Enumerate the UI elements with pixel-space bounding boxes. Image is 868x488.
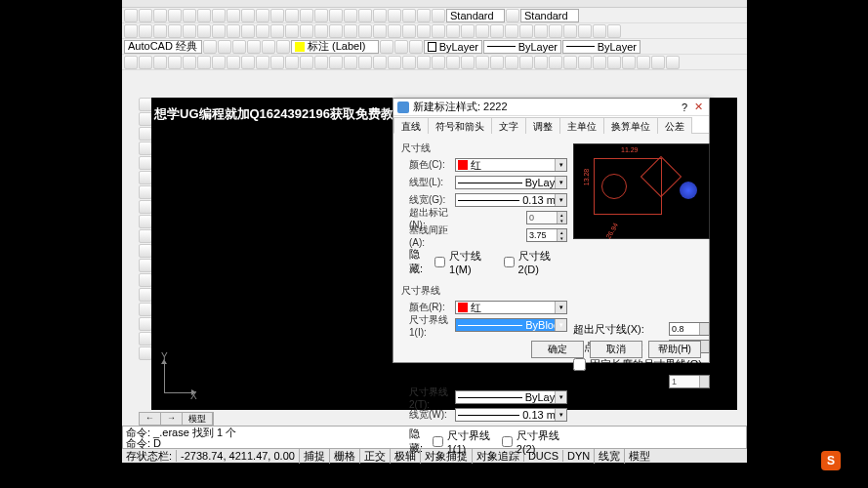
toolbar-icon[interactable] (218, 40, 231, 54)
suppress-ext1-check[interactable] (433, 436, 443, 447)
tab-primary[interactable]: 主单位 (559, 117, 604, 134)
toolbar-icon[interactable] (373, 9, 387, 22)
toolbar-icon[interactable] (212, 9, 226, 22)
toolbar-icon[interactable] (153, 56, 167, 69)
suppress-dim1-check[interactable] (434, 257, 445, 267)
toolbar-icon[interactable] (168, 9, 182, 22)
toolbar-icon[interactable] (402, 24, 416, 38)
suppress-ext2-check[interactable] (502, 436, 513, 447)
ok-button[interactable]: 确定 (531, 341, 584, 358)
toolbar-icon[interactable] (285, 24, 299, 38)
toolbar-icon[interactable] (270, 56, 284, 69)
help-button[interactable]: ? (678, 101, 691, 114)
tab-alternate[interactable]: 换算单位 (603, 117, 658, 134)
linetype-combo[interactable]: ByLayer (483, 40, 561, 54)
toolbar-icon[interactable] (139, 9, 152, 22)
toolbar-icon[interactable] (490, 56, 504, 69)
dimline-linetype-combo[interactable]: ByLayer▾ (455, 176, 567, 189)
toolbar-icon[interactable] (417, 24, 431, 38)
tab-lines[interactable]: 直线 (393, 117, 429, 134)
extline-color-combo[interactable]: 红▾ (455, 301, 567, 314)
close-button[interactable]: ✕ (691, 101, 705, 114)
toolbar-icon[interactable] (432, 24, 445, 38)
toolbar-icon[interactable] (563, 56, 577, 69)
toolbar-icon[interactable] (139, 56, 152, 69)
extline-lineweight-combo[interactable]: 0.13 mm▾ (455, 408, 567, 422)
menu-bar[interactable] (122, 0, 747, 8)
extline1-linetype-combo[interactable]: ByBlock▾ (455, 318, 567, 332)
toolbar-icon[interactable] (183, 56, 196, 69)
draw-tool-icon[interactable] (139, 229, 152, 243)
toolbar-icon[interactable] (314, 56, 328, 69)
toolbar-icon[interactable] (578, 24, 592, 38)
layer-combo[interactable]: 标注 (Label) (291, 40, 379, 54)
toolbar-icon[interactable] (262, 40, 275, 54)
toolbar-icon[interactable] (256, 24, 269, 38)
tab-text[interactable]: 文字 (491, 117, 526, 134)
toolbar-icon[interactable] (358, 24, 372, 38)
extend-beyond-spinner[interactable] (669, 322, 710, 336)
dimline-color-combo[interactable]: 红▾ (455, 158, 567, 172)
toolbar-icon[interactable] (358, 56, 372, 69)
toolbar-icon[interactable] (300, 24, 313, 38)
toolbar-icon[interactable] (344, 24, 357, 38)
toolbar-icon[interactable] (409, 40, 423, 54)
toolbar-icon[interactable] (607, 56, 621, 69)
spacing-spinner[interactable]: ▴▾ (526, 228, 567, 242)
toolbar-icon[interactable] (124, 24, 138, 38)
toolbar-icon[interactable] (417, 56, 431, 69)
toolbar-icon[interactable] (475, 56, 489, 69)
draw-tool-icon[interactable] (139, 156, 152, 170)
draw-tool-icon[interactable] (139, 244, 152, 258)
fixed-length-check[interactable] (573, 358, 586, 371)
color-combo[interactable]: ByLayer (424, 40, 482, 54)
toolbar-icon[interactable] (344, 9, 357, 22)
extend-input[interactable] (527, 212, 557, 224)
toolbar-icon[interactable] (329, 24, 343, 38)
toolbar-icon[interactable] (197, 56, 211, 69)
toolbar-icon[interactable] (256, 56, 269, 69)
toolbar-icon[interactable] (432, 56, 445, 69)
toolbar-icon[interactable] (651, 56, 665, 69)
toolbar-icon[interactable] (461, 24, 475, 38)
workspace-combo[interactable]: AutoCAD 经典 (124, 40, 202, 54)
toolbar-icon[interactable] (402, 9, 416, 22)
toolbar-icon[interactable] (153, 9, 167, 22)
ime-sogou-icon[interactable]: S (821, 451, 841, 470)
extend-spinner[interactable]: ▴▾ (526, 211, 567, 224)
toolbar-icon[interactable] (256, 9, 269, 22)
draw-tool-icon[interactable] (139, 98, 152, 111)
toolbar-icon[interactable] (519, 56, 533, 69)
toolbar-icon[interactable] (139, 24, 152, 38)
toolbar-icon[interactable] (490, 24, 504, 38)
toolbar-icon[interactable] (505, 24, 518, 38)
spin-down-icon[interactable] (699, 329, 709, 335)
tab-model[interactable]: 模型 (183, 413, 213, 425)
toolbar-icon[interactable] (227, 24, 240, 38)
draw-tool-icon[interactable] (139, 346, 152, 360)
toolbar-icon[interactable] (197, 24, 211, 38)
draw-tool-icon[interactable] (139, 171, 152, 184)
toolbar-icon[interactable] (432, 9, 445, 22)
toolbar-icon[interactable] (276, 40, 290, 54)
toolbar-icon[interactable] (607, 24, 621, 38)
toolbar-icon[interactable] (388, 56, 401, 69)
toolbar-icon[interactable] (534, 24, 548, 38)
draw-tool-icon[interactable] (139, 259, 152, 272)
toolbar-icon[interactable] (329, 9, 343, 22)
draw-tool-icon[interactable] (139, 317, 152, 331)
toolbar-icon[interactable] (168, 24, 182, 38)
textstyle-combo[interactable]: Standard (446, 9, 505, 22)
help-button[interactable]: 帮助(H) (648, 341, 701, 358)
toolbar-icon[interactable] (329, 56, 343, 69)
spacing-input[interactable] (527, 229, 557, 241)
toolbar-icon[interactable] (593, 24, 606, 38)
length-input[interactable] (670, 376, 699, 387)
dimstyle-combo[interactable]: Standard (520, 9, 579, 22)
toolbar-icon[interactable] (578, 56, 592, 69)
toolbar-icon[interactable] (358, 9, 372, 22)
toolbar-icon[interactable] (666, 56, 680, 69)
toolbar-icon[interactable] (563, 24, 577, 38)
toolbar-icon[interactable] (212, 56, 226, 69)
suppress-dim2-check[interactable] (504, 257, 515, 267)
